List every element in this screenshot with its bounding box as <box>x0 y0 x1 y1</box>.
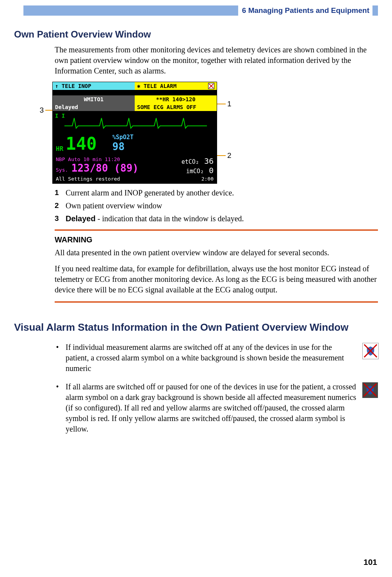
hr-alarm-banner: **HR 140>120 <box>135 95 217 103</box>
device-id: WMITO1 <box>53 95 135 103</box>
chapter-title: 6 Managing Patients and Equipment <box>238 5 369 16</box>
imco2-label: imCO₂ <box>186 168 204 175</box>
nbp-sys-label: Sys. <box>56 167 68 173</box>
status-footer-left: All Settings restored <box>56 176 120 182</box>
tele-alarm-label: ✱ TELE ALARM <box>137 83 176 89</box>
callout-1: 1 <box>227 100 232 108</box>
header-accent-tail <box>372 5 378 16</box>
intro-paragraph: The measurements from other monitoring d… <box>55 45 378 76</box>
tele-alarm-banner: ✱ TELE ALARM <box>135 82 217 90</box>
bullet-dot: • <box>55 343 60 352</box>
delayed-label: Delayed <box>53 103 135 111</box>
page-number: 101 <box>363 557 377 567</box>
warning-rule-bottom <box>55 301 378 303</box>
callout-3: 3 <box>39 106 44 115</box>
legend-3-bold: Delayed <box>66 214 96 223</box>
callout-2: 2 <box>227 151 232 160</box>
spo2-label: %SpO2T <box>112 134 134 141</box>
warning-rule-top <box>55 229 378 231</box>
etco2-value: 36 <box>204 156 214 166</box>
header-bar: 6 Managing Patients and Equipment <box>23 5 378 16</box>
legend-num-2: 2 <box>55 201 66 210</box>
legend-text-3: Delayed - indication that data in the wi… <box>66 214 378 223</box>
tele-inop-banner: ↑ TELE INOP <box>53 82 135 90</box>
monitor-screen: ↑ TELE INOP ✱ TELE ALARM WMITO1 **HR 140… <box>52 82 217 184</box>
figure-legend: 1 Current alarm and INOP generated by an… <box>55 188 378 223</box>
bullet-2-text: If all alarms are switched off or paused… <box>66 382 357 434</box>
status-footer-right: 2:00 <box>201 176 214 182</box>
section-title-own-patient-overview: Own Patient Overview Window <box>14 29 392 40</box>
section-title-visual-alarm-status: Visual Alarm Status Information in the O… <box>14 321 392 333</box>
crossed-alarm-dark-icon <box>362 382 378 398</box>
header-accent <box>23 5 238 16</box>
bullet-dot: • <box>55 382 60 391</box>
warning-heading: WARNING <box>55 235 378 244</box>
bullet-1-text: If individual measurement alarms are swi… <box>66 342 357 374</box>
alarm-off-icon <box>208 83 214 89</box>
legend-text-1: Current alarm and INOP generated by anot… <box>66 188 378 197</box>
nbp-header: NBP Auto 10 min 11:20 <box>56 156 120 162</box>
warning-p2: If you need realtime data, for example f… <box>55 263 378 295</box>
callout-line <box>45 110 52 111</box>
imco2-value: 0 <box>209 166 214 175</box>
hr-value: 140 <box>66 135 96 152</box>
hr-label: HR <box>56 145 63 152</box>
ecg-lead-label: I I <box>55 113 65 119</box>
callout-line <box>217 104 226 104</box>
legend-num-1: 1 <box>55 188 66 197</box>
ecg-alarms-off-banner: SOME ECG ALRMS OFF <box>135 103 217 111</box>
monitor-figure: 3 ↑ TELE INOP ✱ TELE ALARM WMITO1 **HR 1… <box>39 82 378 184</box>
crossed-alarm-white-icon <box>362 343 379 359</box>
legend-text-2: Own patient overview window <box>66 201 378 210</box>
warning-p1: All data presented in the own patient ov… <box>55 247 378 258</box>
nbp-value: 123/80 (89) <box>71 162 139 174</box>
spo2-value: 98 <box>112 141 125 152</box>
legend-3-rest: - indication that data in the window is … <box>96 214 244 223</box>
visual-alarm-bullet-list: • If individual measurement alarms are s… <box>55 342 378 434</box>
callout-line <box>217 155 226 156</box>
ecg-waveform-icon <box>64 115 209 131</box>
legend-num-3: 3 <box>55 214 66 223</box>
etco2-label: etCO₂ <box>182 158 199 165</box>
